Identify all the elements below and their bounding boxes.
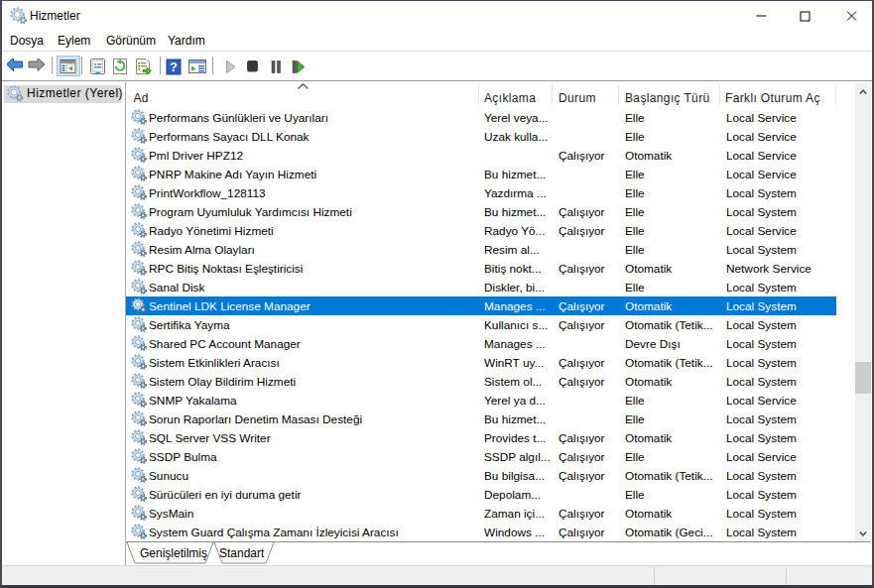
svg-text:?: ? [170, 60, 177, 74]
